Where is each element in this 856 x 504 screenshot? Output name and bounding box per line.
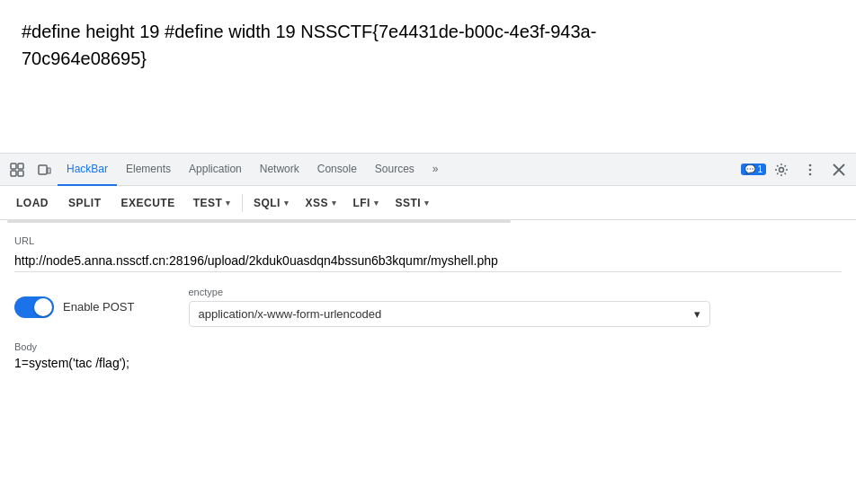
body-value[interactable]: 1=system('tac /flag');: [14, 356, 842, 370]
lfi-caret: ▾: [374, 199, 379, 208]
enctype-section: enctype application/x-www-form-urlencode…: [189, 287, 843, 327]
execute-button[interactable]: EXECUTE: [112, 190, 184, 216]
badge-icon: 💬: [745, 164, 755, 174]
lfi-button[interactable]: LFI ▾: [345, 190, 386, 216]
svg-rect-3: [18, 171, 23, 176]
devtools-right-icons: 💬 1: [741, 156, 852, 183]
tab-sources[interactable]: Sources: [366, 154, 424, 186]
body-label: Body: [14, 341, 842, 352]
enctype-value: application/x-www-form-urlencoded: [199, 307, 382, 321]
body-section: Body 1=system('tac /flag');: [14, 341, 842, 370]
enctype-label: enctype: [189, 287, 843, 297]
main-text-line1: #define height 19 #define width 19 NSSCT…: [22, 18, 596, 45]
toolbar-separator-1: [242, 194, 243, 212]
more-options-icon[interactable]: [797, 156, 824, 183]
xss-caret: ▾: [332, 199, 337, 208]
svg-rect-0: [11, 164, 16, 169]
console-badge[interactable]: 💬 1: [741, 164, 766, 175]
svg-point-9: [809, 172, 812, 175]
device-toggle-icon[interactable]: [31, 156, 58, 183]
settings-icon[interactable]: [768, 156, 795, 183]
browser-content: #define height 19 #define width 19 NSSCT…: [0, 0, 856, 153]
url-label: URL: [14, 235, 842, 246]
tab-application[interactable]: Application: [180, 154, 251, 186]
sqli-caret: ▾: [284, 199, 290, 208]
svg-point-8: [809, 168, 812, 171]
url-value[interactable]: http://node5.anna.nssctf.cn:28196/upload…: [14, 250, 842, 272]
close-icon[interactable]: [825, 156, 852, 183]
svg-rect-4: [39, 165, 47, 174]
enable-post-toggle-container: Enable POST: [14, 296, 135, 318]
load-button[interactable]: LOAD: [7, 190, 58, 216]
ssti-button[interactable]: SSTI ▾: [388, 190, 436, 216]
svg-rect-1: [18, 164, 23, 169]
svg-rect-2: [11, 171, 16, 176]
tab-hackbar[interactable]: HackBar: [58, 154, 117, 186]
hackbar-toolbar: LOAD SPLIT EXECUTE TEST ▾ SQLI ▾ XSS ▾ L…: [0, 186, 856, 220]
svg-point-6: [780, 167, 784, 172]
main-text: #define height 19 #define width 19 NSSCT…: [22, 18, 596, 72]
tab-more[interactable]: »: [424, 154, 448, 186]
url-section: URL http://node5.anna.nssctf.cn:28196/up…: [14, 235, 842, 272]
svg-point-7: [809, 164, 812, 166]
inspect-icon[interactable]: [4, 156, 31, 183]
tab-console[interactable]: Console: [308, 154, 366, 186]
enable-post-toggle[interactable]: [14, 296, 54, 318]
test-button[interactable]: TEST ▾: [186, 190, 238, 216]
enctype-caret-icon: ▾: [694, 307, 700, 321]
xss-button[interactable]: XSS ▾: [298, 190, 343, 216]
devtools-panel: HackBar Elements Application Network Con…: [0, 153, 856, 381]
test-caret: ▾: [226, 199, 231, 208]
badge-count: 1: [757, 164, 762, 174]
svg-rect-5: [48, 168, 50, 173]
tab-elements[interactable]: Elements: [117, 154, 180, 186]
toggle-label: Enable POST: [63, 300, 135, 314]
toggle-knob: [34, 298, 52, 316]
ssti-caret: ▾: [424, 199, 430, 208]
hackbar-content: URL http://node5.anna.nssctf.cn:28196/up…: [0, 225, 856, 381]
main-text-line2: 70c964e08695}: [22, 45, 596, 72]
split-button[interactable]: SPLIT: [59, 190, 111, 216]
devtools-tabbar: HackBar Elements Application Network Con…: [0, 154, 856, 186]
tab-network[interactable]: Network: [251, 154, 308, 186]
sqli-button[interactable]: SQLI ▾: [246, 190, 297, 216]
enctype-select[interactable]: application/x-www-form-urlencoded ▾: [189, 301, 710, 327]
post-row: Enable POST enctype application/x-www-fo…: [14, 287, 842, 327]
